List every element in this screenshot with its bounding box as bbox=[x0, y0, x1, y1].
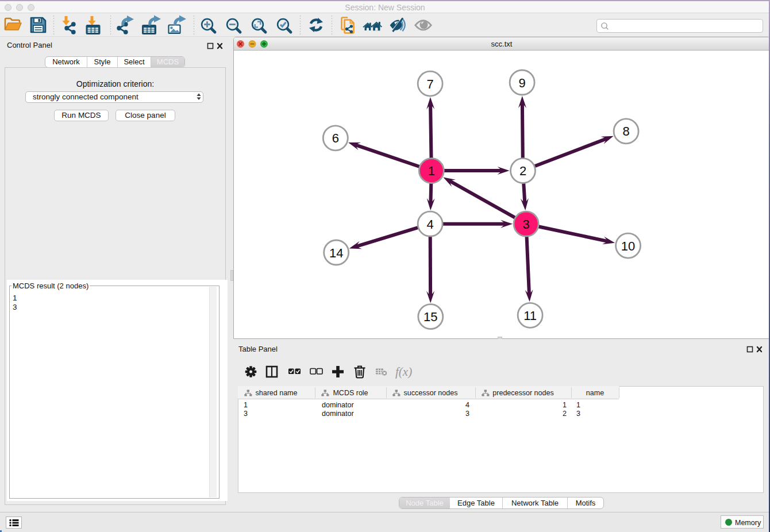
svg-text:4: 4 bbox=[426, 217, 433, 232]
svg-text:8: 8 bbox=[622, 124, 629, 138]
svg-text:10: 10 bbox=[621, 239, 635, 253]
svg-text:14: 14 bbox=[329, 246, 343, 260]
svg-text:7: 7 bbox=[426, 77, 433, 91]
svg-text:11: 11 bbox=[523, 309, 537, 323]
svg-text:3: 3 bbox=[522, 217, 529, 232]
svg-text:f(x): f(x) bbox=[395, 365, 412, 379]
svg-text:2: 2 bbox=[519, 164, 526, 178]
svg-text:9: 9 bbox=[518, 76, 525, 90]
svg-text:15: 15 bbox=[424, 310, 437, 324]
svg-text:6: 6 bbox=[332, 131, 339, 145]
svg-text:1: 1 bbox=[428, 164, 435, 178]
